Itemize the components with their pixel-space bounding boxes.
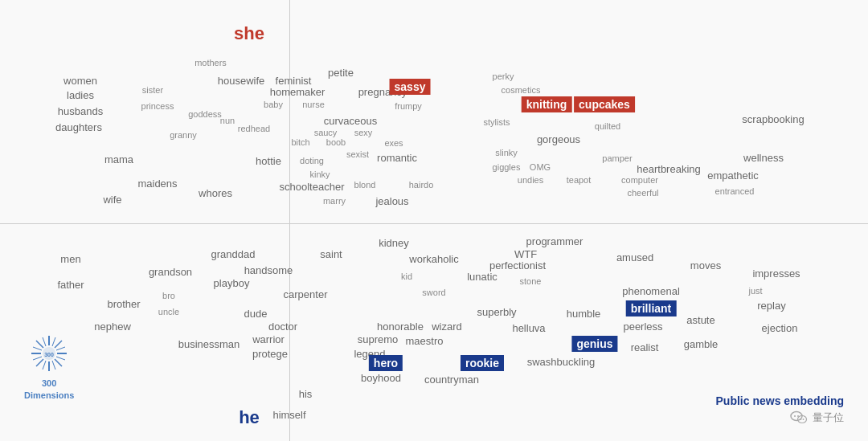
word-replay: replay — [757, 300, 785, 312]
svg-point-22 — [800, 419, 802, 420]
svg-line-4 — [36, 341, 43, 348]
svg-line-15 — [52, 361, 55, 370]
word-bitch: bitch — [291, 137, 309, 147]
word-jealous: jealous — [375, 195, 408, 207]
word-astute: astute — [686, 314, 714, 326]
word-redhead: redhead — [238, 124, 270, 133]
word-perfectionist: perfectionist — [489, 259, 546, 272]
word-mama: mama — [104, 153, 133, 165]
word-princess: princess — [141, 101, 174, 111]
word-men: men — [60, 253, 80, 265]
word-stylists: stylists — [484, 117, 510, 127]
word-humble: humble — [567, 308, 601, 320]
word-undies: undies — [518, 175, 543, 185]
word-cosmetics: cosmetics — [502, 85, 541, 95]
word-father: father — [57, 279, 84, 291]
word-homemaker: homemaker — [270, 86, 326, 98]
word-carpenter: carpenter — [284, 288, 328, 300]
word-cloud-container: she he mothers housewife feminist petite… — [0, 0, 868, 441]
word-pamper: pamper — [602, 153, 632, 163]
he-label: he — [239, 407, 260, 428]
word-impresses: impresses — [752, 267, 800, 280]
word-daughters: daughters — [55, 121, 102, 133]
word-maestro: maestro — [406, 335, 444, 347]
svg-line-13 — [52, 337, 55, 346]
word-peerless: peerless — [623, 321, 662, 333]
word-bro: bro — [162, 291, 175, 300]
word-sexist: sexist — [346, 149, 369, 159]
word-curvaceous: curvaceous — [324, 115, 377, 127]
word-countryman: countryman — [424, 374, 479, 386]
horizontal-axis — [0, 223, 868, 224]
word-supremo: supremo — [358, 333, 399, 345]
word-wtf: WTF — [514, 248, 537, 260]
word-saint: saint — [320, 248, 342, 260]
word-hottie: hottie — [256, 155, 281, 167]
word-kidney: kidney — [379, 237, 409, 249]
word-perky: perky — [493, 71, 514, 81]
word-businessman: businessman — [178, 338, 240, 350]
she-label: she — [234, 23, 264, 44]
word-wellness: wellness — [743, 152, 784, 164]
svg-point-23 — [803, 419, 805, 420]
logo-text: 300 Dimensions — [24, 378, 74, 401]
word-nephew: nephew — [94, 321, 131, 333]
word-gamble: gamble — [684, 338, 719, 350]
word-brother: brother — [107, 298, 140, 310]
word-computer: computer — [621, 175, 658, 185]
word-gorgeous: gorgeous — [537, 133, 580, 145]
public-news-label: Public news embedding — [716, 394, 844, 407]
word-himself: himself — [272, 409, 305, 421]
word-sister: sister — [142, 85, 163, 95]
word-uncle: uncle — [158, 307, 179, 316]
word-boob: boob — [326, 137, 346, 147]
word-romantic: romantic — [377, 152, 417, 164]
word-dude: dude — [244, 308, 268, 320]
word-frumpy: frumpy — [395, 101, 422, 111]
word-hairdo: hairdo — [409, 180, 434, 190]
word-superbly: superbly — [477, 306, 516, 318]
word-marry: marry — [323, 196, 346, 206]
word-programmer: programmer — [526, 235, 583, 247]
word-protege: protege — [252, 348, 288, 360]
svg-line-6 — [36, 359, 43, 366]
word-boyhood: boyhood — [361, 372, 401, 384]
svg-line-8 — [33, 347, 42, 350]
word-handsome: handsome — [244, 264, 293, 276]
word-moves: moves — [690, 259, 721, 272]
word-giggles: giggles — [493, 162, 521, 172]
word-exes: exes — [384, 138, 403, 148]
svg-point-19 — [794, 415, 796, 417]
svg-line-10 — [33, 357, 42, 360]
watermark-text: 量子位 — [813, 410, 844, 425]
word-sassy-highlight: sassy — [390, 79, 431, 95]
svg-line-11 — [56, 357, 65, 360]
word-just: just — [748, 286, 762, 296]
word-saucy: saucy — [314, 128, 338, 137]
word-stone: stone — [520, 276, 542, 286]
word-women: women — [63, 75, 97, 87]
logo-area: 300 300 Dimensions — [24, 329, 74, 401]
word-heartbreaking: heartbreaking — [637, 163, 701, 175]
word-doctor: doctor — [268, 321, 297, 333]
watermark-area: 量子位 — [790, 409, 844, 427]
svg-line-14 — [43, 361, 46, 370]
word-wizard: wizard — [432, 321, 462, 333]
word-housewife: housewife — [218, 75, 265, 87]
word-phenomenal: phenomenal — [622, 285, 680, 297]
word-workaholic: workaholic — [409, 253, 458, 265]
word-granny: granny — [170, 130, 197, 140]
word-kid: kid — [401, 272, 412, 281]
word-helluva: helluva — [512, 322, 545, 334]
word-husbands: husbands — [58, 105, 103, 117]
word-warrior: warrior — [252, 333, 285, 345]
word-maidens: maidens — [137, 178, 177, 190]
word-doting: doting — [300, 156, 324, 165]
word-genius-highlight: genius — [571, 336, 617, 352]
word-goddess: goddess — [188, 109, 222, 119]
word-omg: OMG — [530, 162, 551, 172]
word-petite: petite — [328, 67, 354, 79]
svg-line-5 — [55, 341, 62, 348]
word-granddad: granddad — [211, 248, 256, 260]
word-nun: nun — [220, 116, 235, 125]
